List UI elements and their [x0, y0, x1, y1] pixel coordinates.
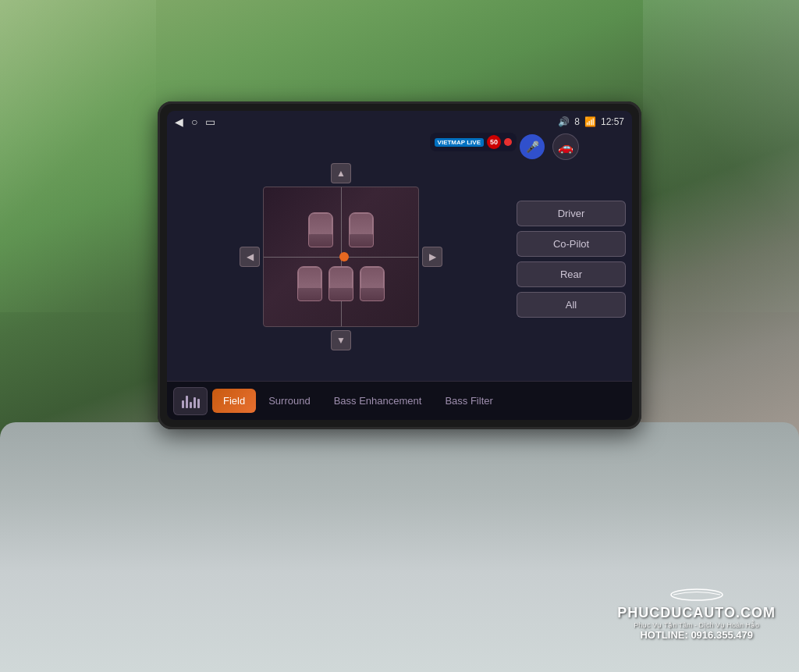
rear-seat-row — [297, 266, 385, 301]
status-left: ◀ ○ ▭ — [175, 116, 215, 128]
right-panel: Driver Co-Pilot Rear All — [517, 139, 626, 375]
main-content: ▲ ◀ — [167, 133, 632, 381]
seat-back-rc — [329, 267, 353, 289]
seat-base-rl — [298, 288, 321, 300]
seat-rear-left — [297, 266, 322, 301]
car-interior: ◀ ○ ▭ 🔊 8 📶 12:57 ▲ — [0, 0, 799, 672]
seat-rear-center — [328, 266, 353, 301]
seat-back-rr — [360, 267, 384, 289]
status-right: 🔊 8 📶 12:57 — [558, 116, 624, 127]
nav-down-button[interactable]: ▼ — [331, 330, 351, 350]
seat-back-fr — [350, 213, 373, 235]
mic-button[interactable]: 🎤 — [520, 134, 545, 159]
recent-icon[interactable]: ▭ — [205, 116, 215, 128]
alert-dot — [504, 138, 512, 146]
seat-back-fl — [309, 213, 332, 235]
eq-bar-4 — [194, 397, 196, 408]
dashboard — [0, 422, 799, 672]
volume-icon: 🔊 — [558, 116, 570, 127]
rear-zone-button[interactable]: Rear — [517, 261, 626, 287]
home-icon[interactable]: ○ — [191, 116, 197, 128]
audio-visualizer: ▲ ◀ — [173, 139, 509, 375]
driver-zone-button[interactable]: Driver — [517, 201, 626, 226]
seat-base-fr — [350, 234, 373, 247]
screen-bezel: ◀ ○ ▭ 🔊 8 📶 12:57 ▲ — [158, 101, 641, 429]
tab-surround[interactable]: Surround — [257, 389, 321, 413]
all-zone-button[interactable]: All — [517, 292, 626, 318]
eq-bar-1 — [182, 400, 184, 408]
focus-dot — [339, 252, 349, 261]
eq-bar-5 — [197, 399, 200, 408]
seat-base-rc — [329, 288, 353, 300]
seat-base-rr — [360, 288, 384, 300]
window-right — [643, 0, 799, 312]
nav-overlay: VIETMAP LIVE 50 — [430, 133, 517, 151]
tab-bar: Field Surround Bass Enhancement Bass Fil… — [167, 381, 632, 420]
eq-icon — [182, 394, 200, 408]
eq-bar-2 — [186, 396, 188, 408]
screen: ◀ ○ ▭ 🔊 8 📶 12:57 ▲ — [167, 111, 632, 420]
seat-front-right — [349, 212, 374, 247]
nav-up-button[interactable]: ▲ — [331, 163, 351, 183]
car-settings-button[interactable]: 🚗 — [552, 133, 579, 160]
window-left — [0, 0, 156, 312]
nav-left-button[interactable]: ◀ — [240, 247, 260, 267]
front-seat-row — [308, 212, 374, 247]
eq-bar-3 — [190, 402, 192, 408]
back-icon[interactable]: ◀ — [175, 116, 183, 128]
clock: 12:57 — [601, 116, 624, 127]
seat-back-rl — [298, 267, 321, 289]
viz-row: ◀ — [240, 187, 442, 327]
speed-limit-badge: 50 — [487, 135, 501, 149]
tab-bass-filter[interactable]: Bass Filter — [434, 389, 503, 413]
seat-front-left — [308, 212, 333, 247]
copilot-zone-button[interactable]: Co-Pilot — [517, 231, 626, 257]
viz-box — [263, 187, 419, 327]
seat-base-fl — [309, 234, 332, 247]
seat-rear-right — [360, 266, 385, 301]
nav-right-button[interactable]: ▶ — [422, 247, 442, 267]
tab-field[interactable]: Field — [212, 389, 256, 413]
vietmap-badge: VIETMAP LIVE — [435, 138, 484, 147]
car-seats-display — [264, 187, 418, 326]
tab-bass-enhancement[interactable]: Bass Enhancement — [323, 389, 433, 413]
equalizer-icon-button[interactable] — [173, 387, 208, 415]
status-bar: ◀ ○ ▭ 🔊 8 📶 12:57 — [167, 111, 632, 133]
wifi-icon: 📶 — [584, 116, 596, 127]
volume-level: 8 — [574, 116, 580, 127]
